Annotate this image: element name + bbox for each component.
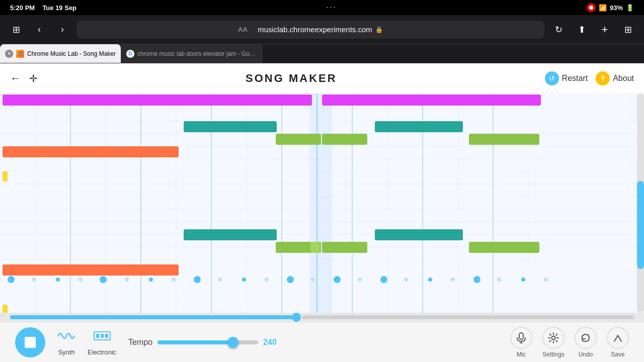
svg-rect-46: [469, 134, 539, 145]
reload-button[interactable]: ↻: [549, 21, 568, 39]
svg-point-63: [380, 276, 387, 283]
app-container: ← ✛ SONG MAKER ↺ Restart ? About: [0, 63, 644, 362]
sidebar-toggle-button[interactable]: ⊞: [7, 21, 25, 39]
progress-thumb[interactable]: [292, 313, 301, 322]
about-label: About: [613, 74, 634, 83]
status-indicators: 📶 93% 🔋: [587, 3, 634, 12]
svg-point-71: [218, 278, 222, 282]
svg-rect-80: [96, 334, 99, 338]
svg-point-60: [242, 278, 246, 282]
tab-song-maker[interactable]: ✕ 🎵 Chrome Music Lab - Song Maker: [0, 44, 121, 63]
tab-switcher-button[interactable]: ⊞: [619, 21, 637, 39]
progress-remaining: [302, 315, 634, 319]
tempo-value: 240: [263, 338, 279, 347]
tab-google-search[interactable]: G chrome music lab doors elevator jam - …: [121, 44, 262, 63]
svg-rect-39: [322, 95, 541, 106]
svg-point-66: [521, 278, 525, 282]
svg-point-61: [287, 276, 294, 283]
synth-label: Synth: [58, 348, 74, 356]
synth-button[interactable]: Synth: [57, 329, 75, 356]
url-display: musiclab.chromeexperiments.com: [258, 25, 372, 34]
record-indicator: [587, 3, 596, 12]
tempo-slider-thumb[interactable]: [227, 337, 238, 348]
svg-point-57: [100, 276, 107, 283]
grid-svg: [0, 94, 637, 313]
svg-rect-44: [276, 134, 321, 145]
bottom-controls: Synth Electronic Tempo: [0, 322, 644, 362]
song-area[interactable]: [0, 94, 644, 322]
svg-point-72: [265, 278, 269, 282]
status-bar: 5:20 PM Tue 19 Sep ··· 📶 93% 🔋: [0, 0, 644, 15]
svg-rect-52: [310, 242, 319, 253]
scrollbar-thumb[interactable]: [637, 181, 644, 268]
svg-rect-51: [322, 242, 367, 253]
status-time: 5:20 PM Tue 19 Sep: [10, 4, 76, 12]
browser-toolbar: ⊞ ‹ › AA musiclab.chromeexperiments.com …: [0, 15, 644, 44]
svg-rect-40: [3, 171, 8, 182]
playback-progress-bar[interactable]: [0, 313, 644, 322]
vertical-scrollbar[interactable]: [637, 94, 644, 313]
svg-point-73: [311, 278, 315, 282]
battery-icon: 🔋: [626, 4, 634, 12]
settings-button[interactable]: Settings: [542, 327, 565, 358]
instrument-group: Synth Electronic: [57, 329, 116, 356]
svg-rect-83: [519, 333, 523, 339]
svg-rect-82: [105, 334, 108, 338]
save-label: Save: [611, 351, 624, 358]
undo-button[interactable]: Undo: [575, 327, 597, 358]
svg-point-76: [451, 278, 455, 282]
svg-point-74: [358, 278, 362, 282]
tab-bar: ✕ 🎵 Chrome Music Lab - Song Maker G chro…: [0, 44, 644, 63]
wifi-icon: 📶: [599, 4, 607, 12]
svg-rect-43: [375, 121, 463, 132]
date-display: Tue 19 Sep: [42, 4, 76, 12]
forward-button[interactable]: ›: [53, 21, 71, 39]
mic-button[interactable]: Mic: [510, 327, 532, 358]
battery-level: 93%: [610, 4, 623, 12]
svg-point-62: [334, 276, 341, 283]
address-bar[interactable]: AA musiclab.chromeexperiments.com 🔒: [76, 21, 544, 39]
grid-container[interactable]: [0, 94, 644, 313]
electronic-label: Electronic: [88, 348, 116, 356]
about-button[interactable]: ? About: [596, 71, 634, 85]
undo-label: Undo: [579, 351, 593, 358]
time-display: 5:20 PM: [10, 4, 35, 12]
share-button[interactable]: ⬆: [573, 21, 591, 39]
tab-favicon-music: 🎵: [16, 50, 24, 58]
svg-rect-41: [3, 305, 8, 313]
status-dots: ···: [327, 4, 337, 12]
mic-icon-container: [510, 327, 532, 349]
save-button[interactable]: Save: [607, 327, 629, 358]
restart-icon: ↺: [545, 71, 559, 85]
svg-point-78: [544, 278, 548, 282]
restart-button[interactable]: ↺ Restart: [545, 71, 588, 85]
stop-icon: [25, 337, 36, 348]
svg-point-64: [428, 278, 432, 282]
tab-title-song-maker: Chrome Music Lab - Song Maker: [27, 50, 116, 57]
tab-title-google: chrome music lab doors elevator jam - Go…: [137, 50, 257, 57]
svg-point-56: [56, 278, 60, 282]
electronic-button[interactable]: Electronic: [88, 329, 116, 356]
svg-point-68: [78, 278, 83, 282]
aa-button[interactable]: AA: [238, 26, 248, 33]
svg-rect-42: [184, 121, 277, 132]
lock-icon: 🔒: [375, 26, 383, 33]
app-title: SONG MAKER: [246, 72, 337, 85]
svg-point-59: [194, 276, 201, 283]
back-button[interactable]: ‹: [30, 21, 48, 39]
settings-icon-container: [542, 327, 565, 349]
tab-close-button[interactable]: ✕: [5, 50, 13, 58]
mic-icon: [516, 332, 527, 343]
new-tab-button[interactable]: +: [596, 21, 614, 39]
tempo-slider-fill: [157, 340, 233, 344]
move-button[interactable]: ✛: [29, 72, 38, 84]
stop-button[interactable]: [15, 327, 45, 357]
svg-rect-48: [184, 229, 277, 240]
action-group: Mic Settings Undo: [510, 327, 629, 358]
tempo-slider[interactable]: [157, 340, 258, 344]
synth-icon: [57, 329, 75, 346]
app-back-button[interactable]: ←: [10, 72, 21, 85]
header-right: ↺ Restart ? About: [545, 71, 634, 85]
svg-point-58: [149, 278, 153, 282]
svg-rect-38: [3, 95, 312, 106]
